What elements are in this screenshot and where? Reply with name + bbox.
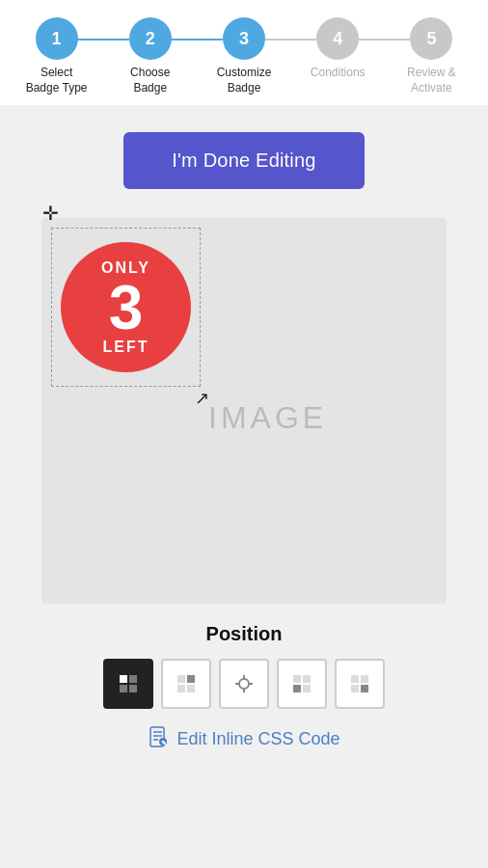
svg-rect-0 (120, 675, 127, 683)
position-bottom-right-button[interactable] (335, 659, 385, 709)
edit-css-link[interactable]: ✎ Edit Inline CSS Code (148, 726, 339, 752)
step-4-circle: 4 (316, 17, 359, 60)
edit-css-label: Edit Inline CSS Code (176, 729, 339, 749)
svg-rect-4 (177, 675, 185, 683)
badge-circle: ONLY 3 LEFT (61, 242, 191, 372)
edit-css-icon: ✎ (148, 726, 169, 752)
top-right-icon (175, 672, 198, 695)
step-3-circle: 3 (223, 17, 265, 60)
svg-rect-2 (129, 675, 137, 683)
step-2-circle: 2 (129, 17, 172, 60)
step-2[interactable]: 2 Choose Badge (103, 17, 197, 95)
resize-icon[interactable]: ↗ (195, 388, 209, 409)
stepper: 1 Select Badge Type 2 Choose Badge 3 Cus… (0, 0, 488, 105)
svg-rect-16 (303, 685, 311, 692)
svg-text:✎: ✎ (161, 740, 167, 746)
position-buttons (103, 659, 385, 709)
step-5[interactable]: 5 Review & Activate (385, 17, 478, 95)
svg-rect-20 (361, 685, 368, 692)
svg-rect-3 (129, 685, 137, 692)
position-bottom-left-button[interactable] (277, 659, 327, 709)
step-3-label: Customize Badge (210, 66, 278, 95)
position-title: Position (206, 623, 283, 645)
step-1-circle: 1 (36, 17, 78, 60)
svg-rect-19 (361, 675, 368, 683)
step-3[interactable]: 3 Customize Badge (197, 17, 290, 95)
bottom-right-icon (348, 672, 371, 695)
step-4-label: Conditions (311, 66, 366, 81)
step-1[interactable]: 1 Select Badge Type (10, 17, 103, 95)
svg-rect-1 (120, 685, 127, 692)
badge-number-text: 3 (109, 277, 144, 339)
svg-rect-13 (293, 675, 301, 683)
svg-rect-7 (187, 685, 195, 692)
image-placeholder: IMAGE (208, 400, 327, 436)
done-editing-button[interactable]: I'm Done Editing (123, 132, 364, 189)
position-section: Position (0, 604, 488, 762)
bottom-left-icon (290, 672, 313, 695)
svg-rect-5 (177, 685, 185, 692)
step-1-label: Select Badge Type (23, 66, 91, 95)
center-icon (232, 672, 256, 695)
badge-canvas: IMAGE ✛ ONLY 3 LEFT ↗ (41, 218, 447, 604)
svg-point-8 (239, 679, 249, 689)
move-icon[interactable]: ✛ (42, 202, 59, 225)
badge-left-text: LEFT (103, 339, 149, 356)
top-left-icon (117, 672, 140, 695)
position-center-button[interactable] (219, 659, 269, 709)
step-4[interactable]: 4 Conditions (291, 17, 385, 81)
step-5-label: Review & Activate (397, 66, 465, 95)
document-icon: ✎ (148, 726, 169, 747)
svg-rect-18 (351, 685, 359, 692)
step-5-circle: 5 (410, 17, 452, 60)
step-2-label: Choose Badge (117, 66, 184, 95)
position-top-right-button[interactable] (161, 659, 211, 709)
svg-rect-15 (303, 675, 311, 683)
svg-rect-17 (351, 675, 359, 683)
svg-rect-6 (187, 675, 195, 683)
position-top-left-button[interactable] (103, 659, 153, 709)
badge-drag-area[interactable]: ✛ ONLY 3 LEFT ↗ (51, 228, 201, 387)
svg-rect-14 (293, 685, 301, 692)
done-button-container: I'm Done Editing (0, 105, 488, 208)
